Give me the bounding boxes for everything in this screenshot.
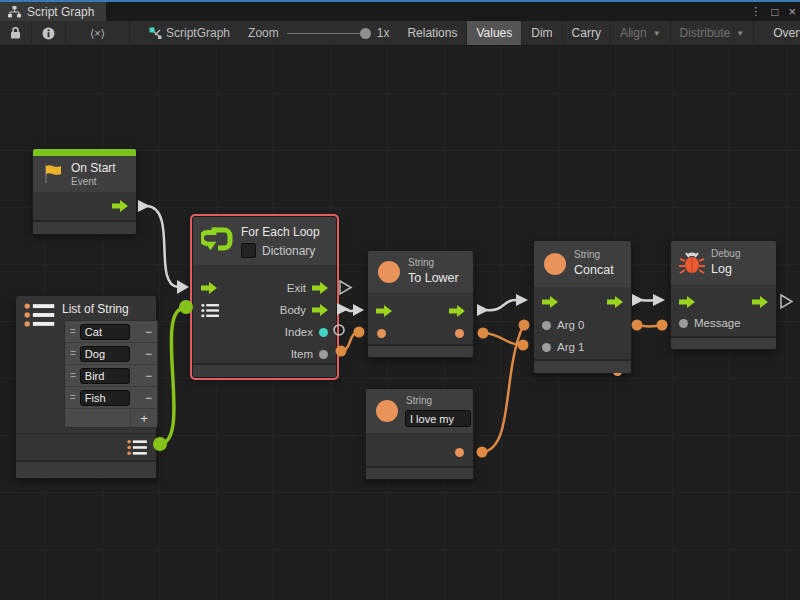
port-row-item[interactable]: Item [291, 343, 328, 365]
flow-output-port[interactable] [112, 200, 128, 212]
port-row-arg0[interactable]: Arg 0 [542, 314, 585, 336]
close-icon[interactable]: × [788, 4, 796, 19]
node-body: Arg 0 Arg 1 [534, 287, 631, 359]
value-output-port[interactable] [319, 350, 328, 359]
node-on-start[interactable]: On Start Event [32, 148, 137, 235]
port-row-arg1[interactable]: Arg 1 [542, 336, 585, 358]
node-header[interactable]: String [366, 389, 473, 434]
zoom-slider[interactable] [287, 33, 369, 34]
toolbar-button-carry[interactable]: Carry [563, 21, 611, 45]
flow-input-port[interactable] [201, 282, 217, 294]
node-header[interactable]: Debug Log [671, 241, 776, 286]
zoom-slider-handle[interactable] [360, 28, 371, 39]
node-list-of-string[interactable]: List of String = − = − = − = − [15, 295, 157, 479]
node-header[interactable]: String Concat [534, 241, 631, 288]
flow-output-port[interactable] [752, 296, 768, 308]
drag-handle-icon[interactable]: = [70, 326, 75, 337]
list-editor: = − = − = − = − + [64, 320, 158, 428]
node-for-each-loop[interactable]: For Each Loop Dictionary Exit Body [192, 216, 337, 378]
value-input-port[interactable] [679, 319, 688, 328]
maximize-icon[interactable]: □ [771, 5, 778, 19]
list-item-row: = − [65, 343, 157, 365]
value-input-port[interactable] [542, 321, 551, 330]
string-value-input[interactable] [405, 410, 471, 427]
node-header[interactable]: On Start Event [33, 156, 136, 193]
list-item-input[interactable] [80, 324, 130, 340]
toolbar-button-values[interactable]: Values [467, 21, 522, 45]
node-string-concat[interactable]: String Concat Arg 0 Arg 1 [533, 240, 632, 374]
drag-handle-icon[interactable]: = [70, 370, 75, 381]
toolbar-button-distribute[interactable]: Distribute▼ [671, 21, 755, 45]
node-footer [16, 460, 156, 478]
window-controls: ⋮ □ × [750, 2, 796, 21]
port-row-exit[interactable]: Exit [287, 277, 328, 299]
node-footer [366, 466, 473, 479]
string-input-port[interactable] [377, 329, 386, 338]
tab-script-graph[interactable]: Script Graph [0, 2, 106, 21]
flow-output-port[interactable] [312, 282, 328, 294]
flow-output-port[interactable] [312, 304, 328, 316]
toolbar-button-align[interactable]: Align▼ [611, 21, 671, 45]
port-label: Arg 0 [557, 319, 585, 331]
flag-icon [42, 163, 64, 185]
string-type-icon [376, 400, 398, 422]
dictionary-checkbox[interactable] [241, 243, 256, 258]
chevron-down-icon: ▼ [653, 29, 661, 38]
tab-bar: Script Graph [0, 2, 800, 21]
toolbar-button-dim[interactable]: Dim [522, 21, 562, 45]
inspect-code-button[interactable]: ⟨×⟩ [66, 21, 130, 45]
zoom-value: 1x [377, 26, 390, 40]
node-subtitle: Event [71, 176, 97, 187]
port-label: Arg 1 [557, 341, 585, 353]
value-input-port[interactable] [542, 343, 551, 352]
remove-item-button[interactable]: − [145, 325, 152, 339]
port-row-message[interactable]: Message [679, 312, 741, 334]
flow-input-port[interactable] [542, 296, 558, 308]
port-row-index[interactable]: Index [285, 321, 328, 343]
button-label: Values [476, 26, 512, 40]
node-debug-log[interactable]: Debug Log Message [670, 240, 777, 350]
chevron-down-icon: ▼ [736, 29, 744, 38]
button-label: Dim [531, 26, 552, 40]
list-item-input[interactable] [80, 346, 130, 362]
string-output-port[interactable] [455, 329, 464, 338]
flow-input-port[interactable] [679, 296, 695, 308]
list-output-port[interactable] [127, 439, 148, 456]
int-output-port[interactable] [319, 328, 328, 337]
remove-item-button[interactable]: − [145, 369, 152, 383]
node-string-literal[interactable]: String [365, 388, 474, 480]
list-item-input[interactable] [80, 368, 130, 384]
drag-handle-icon[interactable]: = [70, 348, 75, 359]
node-title: Concat [574, 263, 614, 277]
toolbar-button-relations[interactable]: Relations [398, 21, 467, 45]
list-item-row: = − [65, 321, 157, 343]
event-accent-bar [33, 149, 136, 156]
port-label: Exit [287, 282, 306, 294]
drag-handle-icon[interactable]: = [70, 392, 75, 403]
string-output-port[interactable] [455, 448, 464, 457]
port-label: Message [694, 317, 741, 329]
graph-breadcrumb[interactable]: ScriptGraph [140, 21, 239, 45]
node-header[interactable]: String To Lower [368, 251, 473, 294]
flow-output-port[interactable] [449, 305, 465, 317]
toolbar-button-overview[interactable]: Overview [764, 21, 800, 45]
list-icon [24, 302, 56, 328]
flow-output-port[interactable] [607, 296, 623, 308]
remove-item-button[interactable]: − [145, 391, 152, 405]
flow-input-port[interactable] [376, 305, 392, 317]
info-button[interactable] [32, 21, 66, 45]
list-input-port[interactable] [201, 303, 220, 318]
add-item-button[interactable]: + [130, 409, 157, 427]
node-body [16, 433, 156, 460]
lock-button[interactable] [0, 21, 32, 45]
node-body: Exit Body Index Item [193, 265, 336, 363]
list-item-input[interactable] [80, 390, 130, 406]
node-title: List of String [62, 302, 129, 316]
tab-title: Script Graph [27, 5, 94, 19]
node-header[interactable]: For Each Loop Dictionary [193, 217, 336, 266]
string-type-icon [544, 253, 566, 275]
more-icon[interactable]: ⋮ [750, 5, 761, 18]
port-row-body[interactable]: Body [280, 299, 328, 321]
node-string-to-lower[interactable]: String To Lower [367, 250, 474, 358]
remove-item-button[interactable]: − [145, 347, 152, 361]
